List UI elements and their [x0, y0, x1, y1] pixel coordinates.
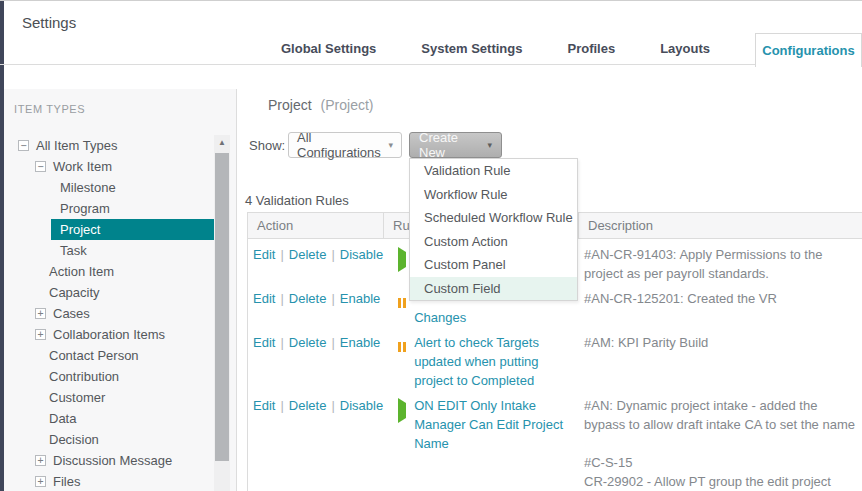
menu-item-validation-rule[interactable]: Validation Rule: [410, 159, 577, 183]
rule-description: #AM: KPI Parity Build: [584, 333, 862, 352]
sidebar-item-task[interactable]: Task: [4, 240, 237, 261]
enable-link[interactable]: Enable: [340, 335, 380, 350]
tree-label: Decision: [49, 429, 99, 450]
table-row: Edit|Delete|Disable ON EDIT Only Intake …: [248, 390, 862, 491]
column-header-action: Action: [248, 213, 384, 238]
menu-item-workflow-rule[interactable]: Workflow Rule: [410, 183, 577, 207]
link-separator: |: [280, 335, 283, 350]
content-title: Project(Project): [268, 97, 373, 113]
enabled-play-icon: [398, 401, 407, 491]
item-type-name: Project: [268, 97, 312, 113]
tree-label: Task: [60, 240, 87, 261]
rule-description: #AN-CR-125201: Created the VR: [584, 289, 862, 308]
link-separator: |: [280, 247, 283, 262]
create-new-dropdown-menu: Validation Rule Workflow Rule Scheduled …: [409, 158, 578, 301]
edit-link[interactable]: Edit: [253, 335, 275, 350]
rule-description-extra: #C-S-15 CR-29902 - Allow PT group the ed…: [584, 453, 862, 491]
rule-name-link[interactable]: ON EDIT Only Intake Manager Can Edit Pro…: [414, 396, 572, 491]
enable-link[interactable]: Enable: [340, 291, 380, 306]
scrollbar-thumb[interactable]: [215, 153, 229, 461]
tab-system-settings[interactable]: System Settings: [421, 41, 522, 56]
sidebar-item-program[interactable]: Program: [4, 198, 237, 219]
tree-label: Cases: [53, 303, 90, 324]
link-separator: |: [331, 291, 334, 306]
edit-link[interactable]: Edit: [253, 291, 275, 306]
sidebar-item-decision[interactable]: Decision: [4, 429, 237, 450]
item-types-tree: − All Item Types − Work Item Milestone P…: [4, 135, 237, 491]
expand-icon[interactable]: +: [35, 308, 46, 319]
rule-name-link[interactable]: Alert to check Targets updated when putt…: [414, 333, 572, 390]
sidebar-item-discussion-message[interactable]: + Discussion Message: [4, 450, 237, 471]
collapse-icon[interactable]: −: [18, 140, 29, 151]
delete-link[interactable]: Delete: [289, 398, 327, 413]
tree-label: Discussion Message: [53, 450, 172, 471]
tab-configurations[interactable]: Configurations: [755, 33, 862, 67]
sidebar-item-cases[interactable]: + Cases: [4, 303, 237, 324]
sidebar-item-capacity[interactable]: Capacity: [4, 282, 237, 303]
page-title: Settings: [22, 14, 76, 31]
sidebar-item-milestone[interactable]: Milestone: [4, 177, 237, 198]
disable-link[interactable]: Disable: [340, 247, 383, 262]
create-new-button[interactable]: Create New ▾: [409, 132, 502, 158]
edit-link[interactable]: Edit: [253, 398, 275, 413]
tree-label: Project: [60, 219, 100, 240]
sidebar-item-data[interactable]: Data: [4, 408, 237, 429]
tree-label: Contact Person: [49, 345, 139, 366]
tree-label: Milestone: [60, 177, 116, 198]
caret-down-icon: ▾: [388, 140, 393, 150]
link-separator: |: [280, 398, 283, 413]
disable-link[interactable]: Disable: [340, 398, 383, 413]
sidebar-item-contact-person[interactable]: Contact Person: [4, 345, 237, 366]
scroll-up-icon[interactable]: ▲: [214, 137, 230, 149]
enabled-play-icon: [398, 250, 407, 283]
paused-pause-icon: [398, 338, 407, 390]
expand-icon[interactable]: +: [35, 455, 46, 466]
sidebar-item-action-item[interactable]: Action Item: [4, 261, 237, 282]
tree-label: Collaboration Items: [53, 324, 165, 345]
menu-item-custom-action[interactable]: Custom Action: [410, 230, 577, 254]
edit-link[interactable]: Edit: [253, 247, 275, 262]
tree-label: All Item Types: [36, 135, 117, 156]
tree-label: Data: [49, 408, 76, 429]
settings-tabs: Global Settings System Settings Profiles…: [281, 32, 862, 65]
configurations-filter-select[interactable]: All Configurations ▾: [288, 132, 402, 158]
sidebar-item-project[interactable]: Project: [51, 219, 218, 240]
delete-link[interactable]: Delete: [289, 247, 327, 262]
caret-down-icon: ▾: [487, 140, 492, 150]
menu-item-custom-field[interactable]: Custom Field: [410, 277, 577, 301]
rule-description: #AN-CR-91403: Apply Permissions to the p…: [584, 245, 862, 283]
link-separator: |: [331, 398, 334, 413]
link-separator: |: [331, 335, 334, 350]
show-label: Show:: [249, 138, 285, 153]
sidebar-item-contribution[interactable]: Contribution: [4, 366, 237, 387]
tree-label: Contribution: [49, 366, 119, 387]
rule-description: #AN: Dynamic project intake - added the …: [584, 396, 862, 434]
column-header-description: Description: [579, 213, 862, 238]
menu-item-scheduled-workflow-rule[interactable]: Scheduled Workflow Rule: [410, 206, 577, 230]
sidebar-item-all-item-types[interactable]: − All Item Types: [4, 135, 237, 156]
expand-icon[interactable]: +: [35, 329, 46, 340]
menu-item-custom-panel[interactable]: Custom Panel: [410, 253, 577, 277]
tree-label: Customer: [49, 387, 105, 408]
paused-pause-icon: [398, 294, 407, 327]
sidebar-item-files[interactable]: + Files: [4, 471, 237, 491]
link-separator: |: [331, 247, 334, 262]
validation-rules-count: 4 Validation Rules: [245, 193, 349, 208]
tree-label: Program: [60, 198, 110, 219]
tab-global-settings[interactable]: Global Settings: [281, 41, 376, 56]
sidebar-item-collaboration-items[interactable]: + Collaboration Items: [4, 324, 237, 345]
tree-label: Capacity: [49, 282, 100, 303]
tab-profiles[interactable]: Profiles: [567, 41, 615, 56]
tab-layouts[interactable]: Layouts: [660, 41, 710, 56]
item-type-base: (Project): [321, 97, 374, 113]
delete-link[interactable]: Delete: [289, 291, 327, 306]
collapse-icon[interactable]: −: [35, 161, 46, 172]
delete-link[interactable]: Delete: [289, 335, 327, 350]
sidebar-item-work-item[interactable]: − Work Item: [4, 156, 237, 177]
sidebar-item-customer[interactable]: Customer: [4, 387, 237, 408]
tree-label: Action Item: [49, 261, 114, 282]
tab-configurations-label: Configurations: [762, 43, 854, 58]
expand-icon[interactable]: +: [35, 476, 46, 487]
panel-title: ITEM TYPES: [14, 103, 85, 115]
sidebar-scrollbar[interactable]: ▲: [214, 135, 230, 491]
